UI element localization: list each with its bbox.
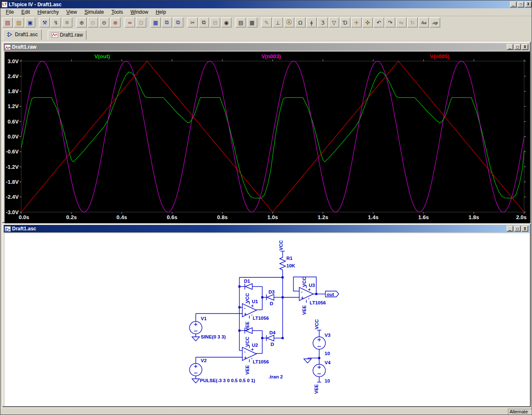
autorange-y-axis-button[interactable]: ≈ [125, 17, 135, 27]
ground-icon: ⊥ [276, 20, 280, 26]
move-button[interactable]: ✛ [351, 17, 362, 27]
trace-Vn003[interactable] [21, 61, 524, 212]
y-axis-tick-label: -1.2V [6, 164, 19, 170]
waveform-window-title-bar[interactable]: Draft1.raw _□X [4, 43, 529, 51]
trace-label-Vn003[interactable]: V(n003) [261, 53, 281, 59]
control-panel-button[interactable]: ⚒ [39, 17, 50, 27]
schematic-window-title-bar[interactable]: Draft1.asc _□X [4, 225, 529, 232]
wire-button[interactable]: ✎ [261, 17, 272, 27]
u1-name[interactable]: U1 [252, 299, 258, 304]
menu-view[interactable]: View [62, 8, 81, 16]
save-button[interactable]: ▣ [25, 17, 35, 27]
close-button[interactable]: X [525, 2, 532, 7]
waveform-plot[interactable]: 3.0V2.4V1.8V1.2V0.6V0.0V-0.6V-1.2V-1.8V-… [5, 52, 530, 223]
d3-name[interactable]: D3 [268, 289, 275, 294]
close-button[interactable]: X [522, 44, 528, 50]
u2-value[interactable]: LT1056 [253, 359, 269, 364]
u1-value[interactable]: LT1056 [253, 316, 269, 321]
out-flag[interactable]: out [327, 292, 334, 297]
print-button[interactable]: ▦ [247, 17, 257, 27]
menu-window[interactable]: Window [127, 8, 152, 16]
r1-name[interactable]: R1 [286, 256, 293, 261]
menu-edit[interactable]: Edit [17, 8, 34, 16]
d4-name[interactable]: D4 [269, 330, 276, 335]
restore-button[interactable]: ❐ [517, 2, 524, 7]
drag-button[interactable]: ✜ [362, 17, 373, 27]
resistor-button[interactable]: Ω [295, 17, 305, 27]
capacitor-button[interactable]: ǂ [306, 17, 317, 27]
waveform-window: Draft1.raw _□X 3.0V2.4V1.8V1.2V0.6V0.0V-… [2, 42, 531, 223]
ltspice-app: LT LTspice IV - Draft1.asc _❐X FileEditH… [0, 0, 532, 415]
close-button[interactable]: X [522, 226, 528, 232]
v3-value[interactable]: 10 [325, 351, 330, 356]
inductor-button[interactable]: Ʒ [318, 17, 328, 27]
component-button[interactable]: Ɗ [340, 17, 350, 27]
v3-name[interactable]: V3 [325, 333, 330, 338]
r1-value[interactable]: 10K [286, 263, 296, 268]
print-preview-button[interactable]: ▤ [236, 17, 246, 27]
d4-value[interactable]: D [271, 342, 274, 347]
run-button[interactable]: ↯ [51, 17, 61, 27]
minimize-button[interactable]: _ [507, 226, 513, 232]
zoom-area-button[interactable]: ⊕ [76, 17, 87, 27]
d1-name[interactable]: D1 [244, 279, 250, 284]
u3-name[interactable]: U3 [309, 283, 315, 288]
copy-button[interactable]: ⧉ [199, 17, 209, 27]
tab-draft1-raw[interactable]: Draft1.raw [48, 30, 86, 40]
trace-label-Vout[interactable]: V(out) [94, 53, 110, 59]
menu-file[interactable]: File [2, 8, 17, 16]
menu-hierarchy[interactable]: Hierarchy [34, 8, 62, 16]
v2-name[interactable]: V2 [201, 358, 207, 363]
menu-help[interactable]: Help [152, 8, 170, 16]
toolbar-separator [185, 18, 186, 27]
minimize-button[interactable]: _ [510, 2, 517, 7]
v2-value[interactable]: PULSE(-3 3 0 0.5 0.5 0 1) [200, 378, 255, 383]
v1-value[interactable]: SINE(0 3 3) [201, 334, 226, 339]
zoom-out-button[interactable]: ⊖ [99, 17, 109, 27]
menu-bar: FileEditHierarchyViewSimulateToolsWindow… [0, 8, 532, 16]
new-schematic-button[interactable]: ▤ [2, 17, 13, 27]
v4-value[interactable]: 10 [325, 378, 330, 383]
v4-name[interactable]: V4 [325, 360, 331, 365]
spice-directive-button[interactable]: .op [430, 17, 440, 27]
move-icon: ✛ [354, 20, 359, 26]
zoom-full-extents-button[interactable]: ⊗ [110, 17, 121, 27]
ground-button[interactable]: ⊥ [273, 17, 283, 27]
net-label-button[interactable]: Ⓐ [284, 17, 294, 27]
minimize-button[interactable]: _ [507, 44, 513, 50]
tran-directive[interactable]: .tran 2 [268, 374, 283, 379]
redo-button[interactable]: ↷ [385, 17, 395, 27]
tile-vertically-button[interactable]: ⧉ [162, 17, 172, 27]
open-button[interactable]: ▨ [14, 17, 24, 27]
toolbar-separator [122, 18, 123, 27]
text-button[interactable]: Aa [419, 17, 429, 27]
x-axis-tick-label: 0.0s [19, 214, 29, 220]
find-button[interactable]: ◉ [221, 17, 232, 27]
menu-tools[interactable]: Tools [108, 8, 127, 16]
u2-name[interactable]: U2 [252, 343, 258, 348]
toolbar-separator [259, 18, 260, 27]
tile-horizontally-button[interactable]: ▦ [150, 17, 161, 27]
menu-simulate[interactable]: Simulate [81, 8, 108, 16]
app-title-bar[interactable]: LT LTspice IV - Draft1.asc _❐X [0, 0, 532, 8]
tab-draft1-asc[interactable]: Draft1.asc [3, 29, 42, 40]
d3-value[interactable]: D [270, 301, 273, 306]
v4-vee-flag[interactable]: VEE [314, 384, 319, 394]
x-axis-tick-label: 0.2s [66, 214, 76, 220]
v1-name[interactable]: V1 [201, 316, 207, 321]
waveform-icon [52, 32, 58, 37]
vcc-flag[interactable]: VCC [278, 240, 283, 250]
inductor-icon: Ʒ [321, 20, 325, 26]
svg-text:+: + [244, 355, 246, 360]
diode-button[interactable]: ▽ [329, 17, 339, 27]
trace-label-Vn005[interactable]: V(n005) [430, 53, 449, 59]
u3-value[interactable]: LT1056 [310, 300, 326, 305]
cut-button[interactable]: ✂ [187, 17, 198, 27]
v3-vcc-flag[interactable]: VCC [314, 319, 319, 329]
trace-Vout[interactable] [21, 72, 524, 198]
maximize-button[interactable]: □ [514, 226, 521, 232]
cascade-windows-button[interactable]: ⧉ [173, 17, 183, 27]
schematic-canvas[interactable]: VCC R1 10K D1 D3 D D4 D VCC VEE - + + - … [5, 233, 530, 406]
maximize-button[interactable]: □ [514, 44, 521, 50]
undo-button[interactable]: ↶ [374, 17, 384, 27]
